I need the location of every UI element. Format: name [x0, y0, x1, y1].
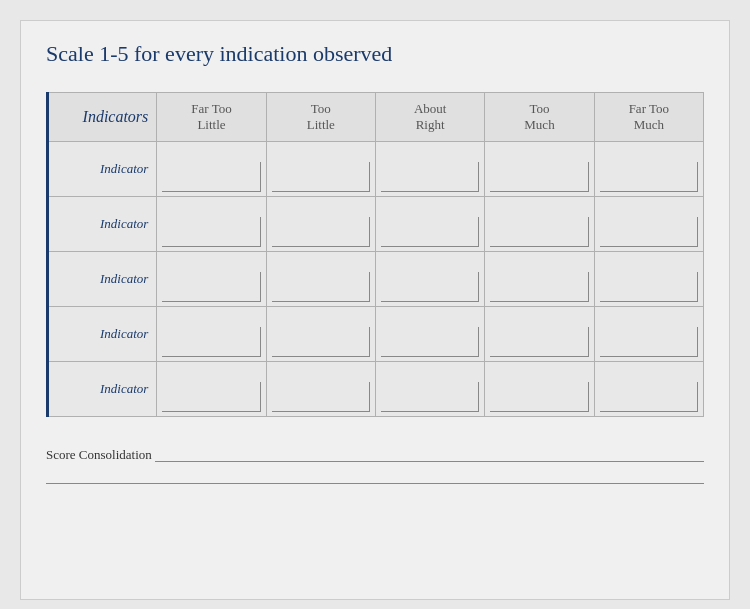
table-row: Indicator: [48, 197, 704, 252]
score-cell-5-2[interactable]: [266, 362, 375, 417]
score-consolidation-label: Score Consolidation: [46, 447, 704, 463]
score-cell-1-4[interactable]: [485, 142, 594, 197]
score-cell-3-2[interactable]: [266, 252, 375, 307]
page-title: Scale 1-5 for every indication observed: [46, 41, 704, 67]
score-cell-3-1[interactable]: [157, 252, 266, 307]
score-cell-2-2[interactable]: [266, 197, 375, 252]
score-cell-5-5[interactable]: [594, 362, 703, 417]
indicator-label-5: Indicator: [48, 362, 157, 417]
score-consolidation-line: [155, 461, 704, 462]
indicator-label-1: Indicator: [48, 142, 157, 197]
col-header-too-much: TooMuch: [485, 93, 594, 142]
table-header-row: Indicators Far TooLittle TooLittle About…: [48, 93, 704, 142]
col-header-too-little: TooLittle: [266, 93, 375, 142]
score-cell-4-2[interactable]: [266, 307, 375, 362]
score-cell-2-3[interactable]: [375, 197, 484, 252]
indicator-label-3: Indicator: [48, 252, 157, 307]
score-cell-4-5[interactable]: [594, 307, 703, 362]
score-consolidation-text: Score Consolidation: [46, 447, 152, 463]
score-cell-2-1[interactable]: [157, 197, 266, 252]
col-header-far-too-much: Far TooMuch: [594, 93, 703, 142]
score-cell-3-4[interactable]: [485, 252, 594, 307]
indicator-label-2: Indicator: [48, 197, 157, 252]
col-header-far-too-little: Far TooLittle: [157, 93, 266, 142]
score-cell-4-4[interactable]: [485, 307, 594, 362]
score-cell-1-5[interactable]: [594, 142, 703, 197]
score-cell-5-1[interactable]: [157, 362, 266, 417]
score-cell-4-3[interactable]: [375, 307, 484, 362]
table-row: Indicator: [48, 252, 704, 307]
score-cell-5-4[interactable]: [485, 362, 594, 417]
score-cell-1-1[interactable]: [157, 142, 266, 197]
table-row: Indicator: [48, 142, 704, 197]
score-cell-3-3[interactable]: [375, 252, 484, 307]
table-row: Indicator: [48, 307, 704, 362]
bottom-line: [46, 483, 704, 484]
score-cell-1-3[interactable]: [375, 142, 484, 197]
score-cell-1-2[interactable]: [266, 142, 375, 197]
page-container: Scale 1-5 for every indication observed …: [20, 20, 730, 600]
score-cell-4-1[interactable]: [157, 307, 266, 362]
score-consolidation-section: Score Consolidation: [46, 442, 704, 484]
score-cell-3-5[interactable]: [594, 252, 703, 307]
indicators-header: Indicators: [48, 93, 157, 142]
scale-table: Indicators Far TooLittle TooLittle About…: [46, 92, 704, 417]
score-cell-2-5[interactable]: [594, 197, 703, 252]
indicator-label-4: Indicator: [48, 307, 157, 362]
table-wrapper: Indicators Far TooLittle TooLittle About…: [46, 92, 704, 417]
table-row: Indicator: [48, 362, 704, 417]
score-cell-2-4[interactable]: [485, 197, 594, 252]
col-header-about-right: AboutRight: [375, 93, 484, 142]
score-cell-5-3[interactable]: [375, 362, 484, 417]
